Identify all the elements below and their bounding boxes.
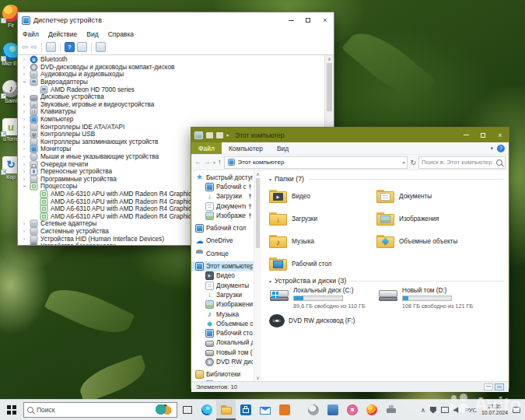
- new-folder-icon[interactable]: [216, 132, 223, 138]
- chevron-collapsed-icon[interactable]: ›: [21, 124, 27, 130]
- folder-item-Документы[interactable]: Документы: [376, 185, 501, 208]
- nav-scrollbar[interactable]: ∧ ∨: [254, 170, 261, 381]
- address-chevron-down-icon[interactable]: ▾: [402, 159, 404, 165]
- drive-item-Новый том (D:)[interactable]: Новый том (D:)108 ГБ свободно из 121 ГБ: [378, 287, 502, 310]
- sidebar-item-Новый том (D:)[interactable]: Новый том (D:): [191, 348, 254, 357]
- folder-item-Объемные объекты[interactable]: Объемные объекты: [376, 230, 501, 253]
- chevron-collapsed-icon[interactable]: ›: [21, 65, 27, 70]
- chevron-collapsed-icon[interactable]: ›: [21, 154, 27, 159]
- taskbar-app-flower-app-icon[interactable]: [342, 400, 362, 420]
- scrollbar-thumb[interactable]: [256, 178, 260, 248]
- sidebar-item-Документы[interactable]: Документы: [191, 201, 254, 211]
- sidebar-item-Видео[interactable]: Видео: [191, 271, 254, 281]
- chevron-collapsed-icon[interactable]: ›: [21, 72, 27, 77]
- sidebar-item-Библиотеки[interactable]: Библиотеки: [191, 370, 254, 380]
- minimize-button[interactable]: [282, 12, 299, 28]
- tab-Компьютер[interactable]: Компьютер: [222, 142, 270, 154]
- device-manager-titlebar[interactable]: Диспетчер устройств ×: [18, 12, 334, 28]
- drive-item-DVD RW дисковод (F:)[interactable]: DVD RW дисковод (F:): [269, 313, 378, 327]
- collapse-chevron-icon[interactable]: ▾: [269, 278, 271, 284]
- refresh-icon[interactable]: ↻: [410, 159, 416, 166]
- tray-chevron-up-icon[interactable]: ∧: [421, 407, 425, 414]
- sidebar-item-OneDrive[interactable]: OneDrive: [191, 236, 254, 246]
- sidebar-item-Рабочий стол[interactable]: Рабочий стол: [191, 328, 254, 338]
- forward-icon[interactable]: →: [204, 159, 211, 166]
- forward-icon[interactable]: ⇨: [30, 44, 37, 51]
- scrollbar-thumb[interactable]: [327, 63, 332, 111]
- taskbar-app-edge-icon[interactable]: [197, 400, 216, 420]
- sidebar-item-Рабочий стол[interactable]: Рабочий стол: [191, 223, 254, 233]
- properties-icon[interactable]: [77, 42, 87, 52]
- close-button[interactable]: ×: [492, 128, 509, 142]
- maximize-button[interactable]: [299, 12, 317, 28]
- minimize-button[interactable]: [457, 128, 474, 142]
- sidebar-item-Объемные объекты[interactable]: Объемные объекты: [191, 319, 254, 328]
- sidebar-item-Музыка[interactable]: Музыка: [191, 310, 254, 319]
- taskbar-app-gray-app-icon[interactable]: [303, 400, 323, 420]
- volume-icon[interactable]: [453, 407, 460, 413]
- recent-chevron-icon[interactable]: ▾: [213, 160, 215, 165]
- chevron-collapsed-icon[interactable]: ›: [21, 109, 27, 114]
- qat-chevron-down-icon[interactable]: ▾: [226, 132, 229, 138]
- scroll-up-icon[interactable]: ∧: [327, 55, 331, 62]
- display-icon[interactable]: [441, 407, 449, 413]
- start-button[interactable]: [0, 400, 23, 420]
- chevron-collapsed-icon[interactable]: ›: [21, 236, 27, 242]
- sidebar-item-Загрузки[interactable]: Загрузки: [191, 192, 254, 201]
- taskbar-search-input[interactable]: Поиск: [23, 402, 177, 418]
- device-tree-item[interactable]: ›Аудиовходы и аудиовыходы: [18, 71, 324, 79]
- folder-item-Загрузки[interactable]: Загрузки: [269, 208, 376, 230]
- sidebar-item-Солнце[interactable]: Солнце: [191, 249, 254, 258]
- menu-item-Файл[interactable]: Файл: [18, 30, 44, 38]
- device-tree-item[interactable]: ›Компьютер: [18, 116, 324, 124]
- scan-hardware-icon[interactable]: [96, 42, 106, 52]
- chevron-collapsed-icon[interactable]: ›: [21, 146, 27, 152]
- device-tree-item[interactable]: ›Bluetooth: [18, 56, 324, 64]
- close-button[interactable]: ×: [317, 12, 334, 28]
- tab-Файл[interactable]: Файл: [191, 142, 222, 154]
- chevron-collapsed-icon[interactable]: ›: [21, 102, 27, 107]
- chevron-collapsed-icon[interactable]: ›: [21, 57, 27, 62]
- chevron-collapsed-icon[interactable]: ›: [21, 162, 27, 167]
- taskbar-app-mail-icon[interactable]: [255, 400, 275, 420]
- taskbar-app-file-explorer-icon[interactable]: [216, 400, 236, 420]
- chevron-collapsed-icon[interactable]: ›: [21, 139, 27, 145]
- tab-Вид[interactable]: Вид: [270, 142, 296, 154]
- search-input[interactable]: Поиск в: Этот компьютер: [418, 156, 506, 169]
- taskbar-app-movies-icon[interactable]: [275, 400, 294, 420]
- device-tree-item[interactable]: ›Клавиатуры: [18, 108, 324, 116]
- chevron-expanded-icon[interactable]: ›: [22, 184, 27, 190]
- taskbar-app-store-icon[interactable]: [236, 400, 255, 420]
- taskbar-app-task-view-icon[interactable]: [177, 400, 197, 420]
- device-tree-item[interactable]: ›Звуковые, игровые и видеоустройства: [18, 101, 324, 109]
- sidebar-item-CameraRoll[interactable]: CameraRoll: [191, 380, 254, 381]
- scroll-up-icon[interactable]: ∧: [256, 170, 259, 177]
- device-tree-item[interactable]: ›Дисковые устройства: [18, 93, 324, 101]
- maximize-button[interactable]: [474, 128, 492, 142]
- chevron-expanded-icon[interactable]: ›: [22, 79, 27, 86]
- help-icon[interactable]: ?: [65, 42, 75, 52]
- sidebar-item-Рабочий стол[interactable]: Рабочий стол: [191, 182, 254, 191]
- chevron-collapsed-icon[interactable]: ›: [21, 229, 27, 234]
- back-icon[interactable]: ←: [194, 159, 201, 166]
- folders-section-header[interactable]: ▾ Папки (7): [269, 175, 504, 183]
- sidebar-item-Этот компьютер[interactable]: Этот компьютер: [191, 261, 254, 271]
- folder-item-Музыка[interactable]: Музыка: [269, 230, 376, 253]
- sidebar-item-DVD RW дисковод[interactable]: DVD RW дисковод: [191, 357, 254, 366]
- notification-center-icon[interactable]: [513, 407, 520, 413]
- sidebar-item-Быстрый доступ[interactable]: Быстрый доступ: [191, 173, 254, 182]
- thumbnails-view-icon[interactable]: [495, 383, 504, 390]
- defender-shield-icon[interactable]: [430, 407, 436, 414]
- address-bar[interactable]: Этот компьютер ▾: [224, 156, 408, 169]
- sidebar-item-Изображения[interactable]: Изображения: [191, 300, 254, 310]
- language-indicator[interactable]: РУС: [465, 407, 477, 414]
- sidebar-item-Загрузки[interactable]: Загрузки: [191, 290, 254, 299]
- taskbar-app-blue-app-icon[interactable]: [323, 400, 342, 420]
- scroll-down-icon[interactable]: ∨: [256, 374, 259, 381]
- menu-item-Действие[interactable]: Действие: [44, 30, 82, 38]
- chevron-collapsed-icon[interactable]: ›: [21, 177, 27, 182]
- sidebar-item-Изображения[interactable]: Изображения: [191, 211, 254, 220]
- chevron-collapsed-icon[interactable]: ›: [21, 221, 27, 226]
- explorer-titlebar[interactable]: ▾ Этот компьютер ×: [191, 128, 509, 142]
- help-icon[interactable]: ?: [497, 145, 505, 152]
